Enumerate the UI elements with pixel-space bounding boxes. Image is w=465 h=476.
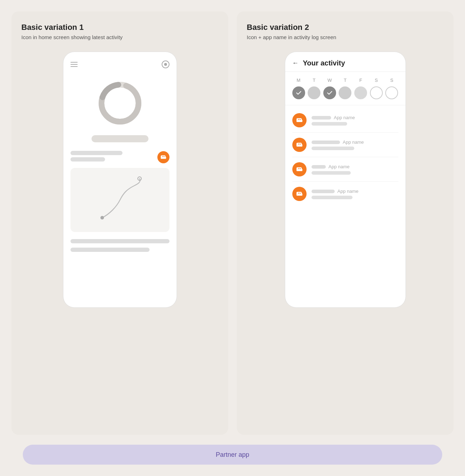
days-labels-row: M T W T F S S bbox=[292, 78, 398, 83]
map-route bbox=[81, 171, 159, 228]
content-line-xshort bbox=[70, 157, 105, 162]
donut-chart-container bbox=[70, 78, 169, 128]
bottom-line-2 bbox=[70, 248, 150, 252]
map-placeholder bbox=[70, 168, 169, 232]
activity-icon-2 bbox=[292, 138, 307, 152]
progress-bar bbox=[92, 135, 148, 142]
activity-name-row-3: App name bbox=[312, 164, 398, 169]
circle-M bbox=[292, 86, 305, 99]
progress-bar-container bbox=[70, 135, 169, 142]
circle-W bbox=[323, 86, 336, 99]
activity-info-2: App name bbox=[312, 139, 398, 150]
partner-bar: Partner app bbox=[23, 445, 442, 465]
circle-S1 bbox=[370, 86, 383, 99]
activity-list: App name App name bbox=[285, 105, 406, 209]
activity-item-1: App name bbox=[292, 108, 398, 133]
activity-subbar-3 bbox=[312, 171, 351, 175]
back-arrow-icon[interactable]: ← bbox=[292, 59, 299, 67]
shoe-icon-1 bbox=[296, 117, 303, 124]
activity-subbar-1 bbox=[312, 122, 347, 126]
variation1-subtitle: Icon in home screen showing latest activ… bbox=[21, 34, 218, 40]
activity-icon-4 bbox=[292, 187, 307, 201]
phone-mockup-2: ← Your activity M T W T F S S bbox=[285, 52, 406, 308]
svg-point-3 bbox=[100, 216, 104, 220]
activity-bar-2 bbox=[312, 141, 340, 144]
bottom-line-1 bbox=[70, 239, 169, 243]
day-S1: S bbox=[370, 78, 383, 83]
activity-name-row-4: App name bbox=[312, 189, 398, 194]
activity-subbar-4 bbox=[312, 196, 352, 199]
hamburger-icon bbox=[70, 62, 78, 67]
activity-bar-1 bbox=[312, 116, 331, 120]
phone-mockup-1 bbox=[63, 52, 177, 308]
variation1-panel: Basic variation 1 Icon in home screen sh… bbox=[11, 11, 228, 435]
screen-title: Your activity bbox=[303, 59, 345, 67]
activity-info-4: App name bbox=[312, 189, 398, 199]
activity-name-text-1: App name bbox=[334, 115, 355, 120]
activity-icon-3 bbox=[292, 162, 307, 176]
variation2-subtitle: Icon + app name in activity log screen bbox=[247, 34, 444, 40]
variation1-title: Basic variation 1 bbox=[21, 23, 218, 32]
phone2-header: ← Your activity bbox=[285, 52, 406, 72]
activity-name-text-4: App name bbox=[338, 189, 359, 194]
days-section: M T W T F S S bbox=[285, 72, 406, 105]
circle-T1 bbox=[308, 86, 320, 99]
shoe-icon-4 bbox=[296, 190, 303, 197]
circle-T2 bbox=[339, 86, 351, 99]
content-row-1 bbox=[70, 151, 169, 164]
activity-name-row-2: App name bbox=[312, 139, 398, 145]
activity-badge bbox=[157, 151, 169, 163]
activity-name-row-1: App name bbox=[312, 115, 398, 120]
activity-item-4: App name bbox=[292, 182, 398, 206]
activity-icon-1 bbox=[292, 113, 307, 127]
activity-item-2: App name bbox=[292, 133, 398, 157]
activity-item-3: App name bbox=[292, 157, 398, 182]
variation2-title: Basic variation 2 bbox=[247, 23, 444, 32]
circles-row bbox=[292, 86, 398, 99]
activity-name-text-2: App name bbox=[343, 139, 364, 145]
day-M: M bbox=[292, 78, 305, 83]
day-S2: S bbox=[385, 78, 398, 83]
activity-name-text-3: App name bbox=[329, 164, 350, 169]
phone1-header bbox=[70, 60, 169, 68]
activity-lines-1 bbox=[70, 151, 157, 164]
activity-row-1 bbox=[70, 151, 169, 164]
content-line-short bbox=[70, 151, 122, 155]
circle-S2 bbox=[385, 86, 398, 99]
activity-bar-3 bbox=[312, 165, 326, 169]
activity-subbar-2 bbox=[312, 147, 354, 150]
day-W: W bbox=[323, 78, 336, 83]
variation2-panel: Basic variation 2 Icon + app name in act… bbox=[237, 11, 454, 435]
shoe-icon-2 bbox=[296, 141, 303, 148]
day-F: F bbox=[354, 78, 367, 83]
activity-info-3: App name bbox=[312, 164, 398, 175]
content-row-bottom2 bbox=[70, 248, 169, 252]
donut-chart bbox=[95, 78, 145, 128]
day-T2: T bbox=[339, 78, 351, 83]
circle-F bbox=[354, 86, 367, 99]
activity-bar-4 bbox=[312, 190, 335, 193]
partner-bar-label: Partner app bbox=[216, 451, 249, 459]
shoe-icon bbox=[160, 154, 167, 160]
content-row-bottom bbox=[70, 239, 169, 243]
settings-icon bbox=[162, 60, 169, 68]
shoe-icon-3 bbox=[296, 166, 303, 173]
day-T1: T bbox=[308, 78, 320, 83]
activity-info-1: App name bbox=[312, 115, 398, 126]
